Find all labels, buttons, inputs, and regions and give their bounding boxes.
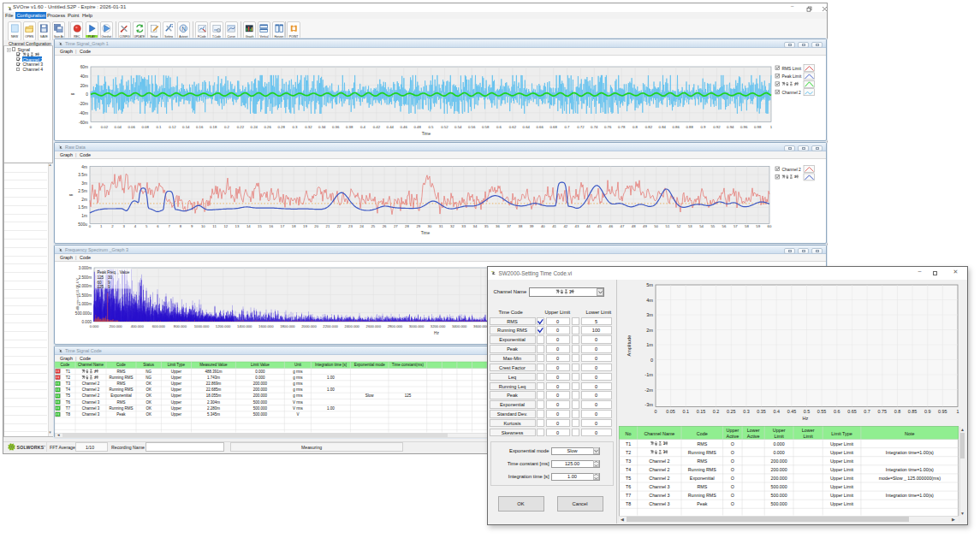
svg-text:0.56: 0.56 — [468, 125, 476, 129]
svg-text:0.4: 0.4 — [360, 125, 366, 129]
svg-text:2.500m: 2.500m — [79, 275, 92, 280]
svg-text:42: 42 — [563, 224, 567, 228]
svg-text:-2m: -2m — [644, 387, 653, 393]
svg-text:1m: 1m — [81, 214, 87, 218]
svg-text:Channel 2: Channel 2 — [649, 476, 669, 481]
svg-text:Running RMS: Running RMS — [688, 450, 716, 455]
svg-text:1: 1 — [93, 376, 96, 380]
svg-text:0.5: 0.5 — [429, 125, 435, 129]
svg-text:58: 58 — [745, 224, 749, 228]
svg-text:56: 56 — [722, 224, 727, 228]
svg-text:0.04: 0.04 — [115, 125, 122, 129]
svg-text:0.74: 0.74 — [591, 125, 598, 129]
svg-text:Upper Limit: Upper Limit — [830, 441, 854, 447]
svg-text:1.500m: 1.500m — [79, 293, 92, 298]
svg-text:39: 39 — [530, 224, 534, 228]
svg-text:g rms: g rms — [293, 393, 303, 398]
svg-text:T3: T3 — [66, 382, 71, 386]
svg-text:55: 55 — [710, 224, 715, 228]
svg-text:5m: 5m — [646, 282, 653, 287]
svg-text:Hz: Hz — [434, 331, 439, 335]
svg-text:22: 22 — [337, 224, 342, 228]
svg-text:200.000: 200.000 — [253, 382, 268, 386]
svg-text:46: 46 — [609, 224, 613, 228]
svg-text:Channel 2: Channel 2 — [782, 91, 802, 95]
svg-text:Lower: Lower — [802, 428, 815, 433]
svg-text:2.000m: 2.000m — [79, 284, 92, 288]
svg-text:40: 40 — [541, 224, 545, 228]
svg-text:0.82: 0.82 — [645, 125, 653, 129]
svg-text:mode=Slow _ 125.000000(ms): mode=Slow _ 125.000000(ms) — [879, 476, 941, 481]
svg-text:0.02: 0.02 — [101, 125, 109, 129]
svg-text:0.85: 0.85 — [908, 409, 918, 414]
svg-text:Upper: Upper — [773, 428, 786, 433]
svg-text:0.24: 0.24 — [251, 125, 258, 129]
svg-text:Measured Value: Measured Value — [199, 363, 228, 367]
svg-text:0.9: 0.9 — [701, 125, 707, 129]
svg-text:Running RMS: Running RMS — [688, 493, 716, 498]
svg-text:0: 0 — [655, 409, 657, 414]
svg-text:Upper: Upper — [171, 376, 182, 380]
svg-text:41: 41 — [552, 224, 556, 228]
svg-text:Integration time=1.00(s): Integration time=1.00(s) — [886, 467, 934, 472]
svg-text:0.28: 0.28 — [277, 125, 285, 129]
svg-text:1: 1 — [770, 125, 773, 129]
svg-text:52: 52 — [677, 224, 681, 228]
svg-text:0.44: 0.44 — [387, 125, 395, 129]
svg-text:Upper: Upper — [171, 382, 182, 386]
svg-text:0.48: 0.48 — [413, 125, 421, 129]
svg-text:0.34: 0.34 — [318, 125, 326, 129]
svg-text:g rms: g rms — [293, 370, 303, 374]
svg-text:0: 0 — [89, 224, 92, 228]
svg-text:500.000: 500.000 — [253, 400, 268, 405]
svg-text:O: O — [731, 441, 734, 447]
svg-text:1200.000: 1200.000 — [216, 324, 231, 328]
svg-text:1800.000: 1800.000 — [280, 324, 295, 328]
svg-text:0.06: 0.06 — [128, 125, 136, 129]
svg-text:Note: Note — [905, 431, 914, 436]
svg-text:0.1: 0.1 — [683, 409, 690, 414]
svg-text:800.000: 800.000 — [174, 324, 187, 328]
svg-text:0.66: 0.66 — [537, 125, 544, 129]
svg-text:14: 14 — [246, 224, 251, 228]
svg-text:OK: OK — [146, 393, 151, 398]
svg-text:21: 21 — [326, 224, 330, 228]
svg-text:36: 36 — [496, 224, 500, 228]
svg-text:4m: 4m — [81, 165, 87, 169]
svg-text:45: 45 — [597, 224, 602, 228]
svg-text:O: O — [731, 484, 734, 489]
svg-text:Peak: Peak — [116, 412, 126, 417]
svg-text:Channel 2: Channel 2 — [649, 458, 669, 464]
svg-text:Running RMS: Running RMS — [688, 467, 716, 472]
svg-text:48: 48 — [632, 224, 636, 228]
svg-text:T6: T6 — [626, 484, 631, 489]
svg-text:0: 0 — [650, 358, 653, 363]
svg-text:Upper Limit: Upper Limit — [830, 467, 854, 472]
svg-text:125: 125 — [98, 285, 104, 289]
svg-text:30: 30 — [108, 275, 113, 280]
svg-text:Upper Limit: Upper Limit — [830, 476, 854, 481]
svg-text:4: 4 — [134, 224, 137, 228]
svg-text:1.743m: 1.743m — [207, 376, 220, 380]
svg-text:Limit Value: Limit Value — [251, 363, 270, 367]
svg-text:RMS Limit: RMS Limit — [782, 67, 802, 71]
svg-text:1600.000: 1600.000 — [258, 324, 274, 328]
svg-text:Channel 2: Channel 2 — [782, 168, 802, 172]
svg-text:1: 1 — [662, 441, 665, 446]
svg-text:0.26: 0.26 — [264, 125, 272, 129]
svg-text:0.98: 0.98 — [754, 125, 762, 129]
svg-text:500.000u: 500.000u — [75, 311, 92, 316]
svg-text:0.55: 0.55 — [817, 409, 827, 414]
svg-text:1: 1 — [793, 174, 796, 179]
svg-text:31: 31 — [439, 224, 443, 228]
svg-text:0.000: 0.000 — [773, 450, 784, 455]
svg-text:0.95: 0.95 — [938, 409, 947, 414]
svg-text:54: 54 — [699, 224, 704, 228]
svg-text:0.3: 0.3 — [293, 125, 299, 129]
svg-text:49: 49 — [643, 224, 647, 228]
svg-text:200.000: 200.000 — [253, 387, 268, 392]
svg-text:2.304m: 2.304m — [207, 400, 220, 405]
svg-text:0.3: 0.3 — [743, 409, 750, 414]
svg-text:Running RMS: Running RMS — [109, 387, 133, 392]
svg-text:Integration time=1.00(s): Integration time=1.00(s) — [886, 493, 934, 498]
